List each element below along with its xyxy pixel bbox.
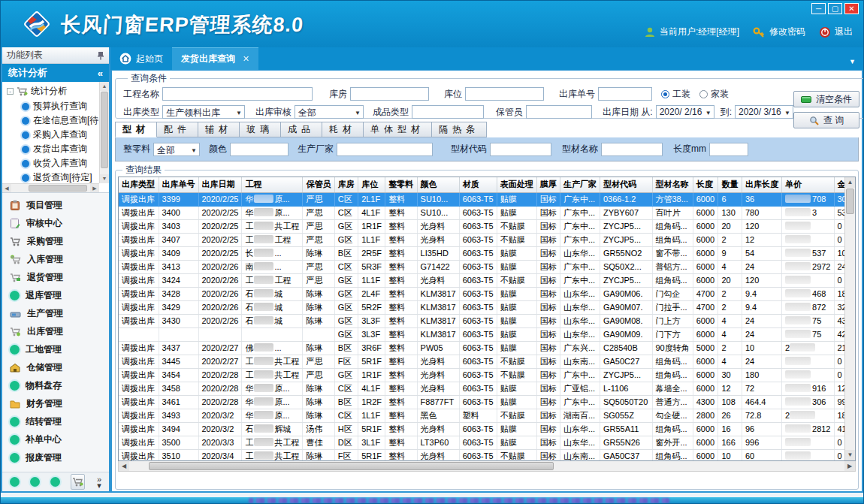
- cell[interactable]: 华原...: [242, 409, 303, 422]
- cell[interactable]: 广亚铝...: [560, 382, 600, 395]
- cell[interactable]: 光身料: [417, 233, 459, 246]
- profile-name-input[interactable]: [601, 143, 663, 156]
- cell[interactable]: 6000: [693, 192, 718, 206]
- length-input[interactable]: [709, 143, 748, 156]
- column-header[interactable]: 膜厚: [536, 177, 560, 192]
- cell[interactable]: 工共工程: [242, 436, 303, 449]
- cell[interactable]: 调拨出库: [119, 449, 159, 461]
- cell[interactable]: 3500: [159, 436, 198, 449]
- cell[interactable]: KLM3817: [417, 287, 459, 300]
- cell[interactable]: 整料: [385, 327, 417, 341]
- cell[interactable]: 湖南百...: [560, 409, 600, 422]
- cell[interactable]: 不贴膜: [497, 449, 536, 461]
- material-tab-6[interactable]: 耗材: [322, 122, 364, 137]
- cell[interactable]: 3424: [159, 273, 198, 287]
- cell[interactable]: 国标: [536, 300, 560, 314]
- cell[interactable]: GA90M06.: [600, 287, 652, 300]
- cell[interactable]: ZYCJP5...: [600, 368, 652, 382]
- tab-shipping-outbound-query[interactable]: 发货出库查询 ✕: [172, 47, 258, 70]
- cell[interactable]: 光身料: [417, 219, 459, 233]
- cell[interactable]: 5R1F: [358, 422, 385, 436]
- whole-part-combo[interactable]: 全部▼: [153, 143, 200, 156]
- tree-item[interactable]: 采购入库查询: [2, 128, 109, 142]
- cell[interactable]: 山东华...: [560, 287, 600, 300]
- cell[interactable]: 6063-T5: [459, 192, 497, 206]
- cell[interactable]: GR55N26: [600, 436, 652, 449]
- cell[interactable]: 6000: [693, 246, 718, 260]
- cell[interactable]: 国标: [536, 382, 560, 395]
- cell[interactable]: 山东华...: [560, 246, 600, 260]
- cell[interactable]: 工工程: [242, 273, 303, 287]
- cell[interactable]: 2020/2/28: [198, 395, 242, 409]
- cell[interactable]: 贴膜: [497, 206, 536, 219]
- tree-expander-icon[interactable]: -: [7, 88, 14, 95]
- cell[interactable]: 山东华...: [560, 314, 600, 327]
- cell[interactable]: 整料: [385, 273, 417, 287]
- cell[interactable]: 贴膜: [497, 395, 536, 409]
- table-row[interactable]: 调拨出库34072020/2/25工工程严思G区1L1F整料光身料6063-T5…: [119, 233, 855, 246]
- tree-item[interactable]: 在途信息查询[待: [2, 113, 109, 128]
- cell[interactable]: 陈琳: [303, 395, 334, 409]
- cell[interactable]: [782, 436, 834, 449]
- cell[interactable]: 国标: [536, 314, 560, 327]
- sidebar-item-生产管理[interactable]: 生产管理: [2, 304, 109, 322]
- column-header[interactable]: 整零料: [385, 177, 417, 192]
- cell[interactable]: 54: [742, 246, 781, 260]
- material-tab-4[interactable]: 玻璃: [240, 122, 281, 137]
- cell[interactable]: 468: [782, 287, 834, 300]
- cell[interactable]: 组角码...: [652, 355, 693, 368]
- cell[interactable]: 120: [742, 273, 781, 287]
- cell[interactable]: 2020/2/26: [198, 300, 242, 314]
- cell[interactable]: 306: [782, 395, 834, 409]
- cell[interactable]: 3R6F: [358, 341, 385, 355]
- cell[interactable]: 长...: [242, 246, 303, 260]
- cell[interactable]: H区: [334, 422, 358, 436]
- column-header[interactable]: 保管员: [303, 177, 334, 192]
- cell[interactable]: 佛...: [242, 341, 303, 355]
- column-header[interactable]: 出库类型: [119, 177, 159, 192]
- sidebar-item-工地管理[interactable]: 工地管理: [2, 340, 109, 358]
- cell[interactable]: 2020/2/25: [198, 219, 242, 233]
- cell[interactable]: 石辉城: [242, 422, 303, 436]
- cell[interactable]: 5R2F: [358, 300, 385, 314]
- cell[interactable]: 国标: [536, 355, 560, 368]
- cell[interactable]: 6: [718, 192, 742, 206]
- cell[interactable]: 9.4: [742, 287, 781, 300]
- cell[interactable]: 勾企硬...: [652, 409, 693, 422]
- cell[interactable]: 20: [718, 219, 742, 233]
- cell[interactable]: G71422: [417, 260, 459, 273]
- cell[interactable]: 华原...: [242, 206, 303, 219]
- cell[interactable]: 12: [742, 233, 781, 246]
- cell[interactable]: 调拨出库: [119, 409, 159, 422]
- cell[interactable]: 3494: [159, 422, 198, 436]
- table-row[interactable]: G区3L3F整料KLM38176063-T5贴膜国标山东华...GA90M09.…: [119, 327, 855, 341]
- cell[interactable]: 调拨出库: [119, 287, 159, 300]
- cell[interactable]: 6000: [693, 382, 718, 395]
- cell[interactable]: 门勾企: [652, 287, 693, 300]
- cell[interactable]: 6063-T5: [459, 436, 497, 449]
- cell[interactable]: 9.4: [742, 300, 781, 314]
- cell[interactable]: 1L1F: [358, 273, 385, 287]
- cell[interactable]: 广东中...: [560, 206, 600, 219]
- cell[interactable]: [159, 327, 198, 341]
- cell[interactable]: 6063-T5: [459, 327, 497, 341]
- cell[interactable]: B区: [334, 395, 358, 409]
- cell[interactable]: 贴膜: [497, 192, 536, 206]
- cell[interactable]: 塑料: [459, 409, 497, 422]
- cell[interactable]: 工共工程: [242, 219, 303, 233]
- column-header[interactable]: 出库日期: [198, 177, 242, 192]
- cell[interactable]: 6000: [693, 368, 718, 382]
- cell[interactable]: C28540B: [600, 341, 652, 355]
- cell[interactable]: 广东中...: [560, 395, 600, 409]
- cell[interactable]: 组角码...: [652, 219, 693, 233]
- cell[interactable]: 陈琳: [303, 341, 334, 355]
- cell[interactable]: LI35HD: [417, 246, 459, 260]
- column-header[interactable]: 型材代码: [600, 177, 652, 192]
- cell[interactable]: 3428: [159, 287, 198, 300]
- cell[interactable]: KLM3817: [417, 300, 459, 314]
- sidebar-item-项目管理[interactable]: 项目管理: [2, 196, 109, 214]
- cell[interactable]: [782, 368, 834, 382]
- cell[interactable]: 广东中...: [560, 192, 600, 206]
- column-header[interactable]: 单价: [782, 177, 834, 192]
- cell[interactable]: 整料: [385, 233, 417, 246]
